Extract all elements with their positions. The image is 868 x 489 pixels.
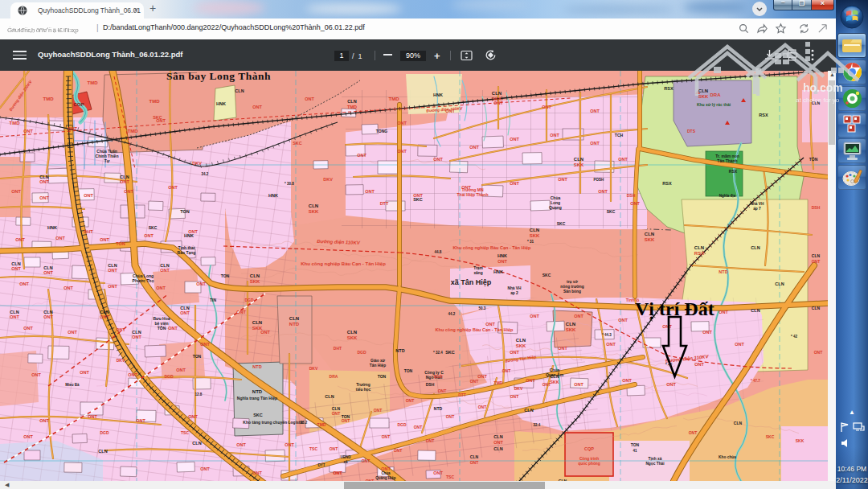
- svg-text:TON: TON: [404, 368, 413, 373]
- svg-text:RSX: RSX: [759, 113, 768, 117]
- svg-text:ONT: ONT: [502, 368, 511, 373]
- svg-text:ONT: ONT: [446, 414, 455, 419]
- svg-text:SKK: SKK: [530, 233, 540, 238]
- svg-text:ONT: ONT: [550, 133, 559, 138]
- svg-text:ONT: ONT: [100, 314, 109, 319]
- svg-text:ONT: ONT: [414, 425, 423, 429]
- svg-text:DKV: DKV: [117, 358, 125, 363]
- svg-text:ONT: ONT: [630, 201, 640, 206]
- svg-text:Kho chùa: Kho chùa: [719, 455, 736, 459]
- svg-text:SKK: SKK: [574, 162, 584, 167]
- svg-text:ONT: ONT: [374, 408, 383, 413]
- svg-text:ONT: ONT: [23, 129, 33, 134]
- svg-text:ONT: ONT: [55, 236, 65, 240]
- svg-text:Ngọc Thái: Ngọc Thái: [645, 462, 664, 466]
- svg-text:DRA: DRA: [710, 92, 722, 97]
- svg-text:ONT: ONT: [132, 335, 141, 339]
- svg-text:ONT: ONT: [702, 330, 712, 335]
- svg-text:TON: TON: [342, 414, 350, 419]
- svg-text:quốc phòng: quốc phòng: [578, 461, 600, 466]
- svg-text:ONT: ONT: [662, 324, 672, 329]
- svg-text:CQP: CQP: [584, 446, 594, 451]
- svg-text:ONT: ONT: [84, 193, 93, 198]
- svg-text:ONT: ONT: [15, 237, 25, 242]
- svg-text:UBND: UBND: [341, 455, 352, 459]
- svg-text:DTT: DTT: [380, 201, 389, 206]
- svg-text:DGD: DGD: [397, 422, 407, 427]
- svg-text:CLN: CLN: [812, 101, 821, 105]
- svg-text:ONT: ONT: [108, 268, 117, 273]
- svg-text:SKC: SKC: [293, 141, 302, 146]
- svg-text:ONT: ONT: [606, 342, 616, 347]
- svg-text:CLN: CLN: [751, 245, 760, 250]
- svg-text:ONT: ONT: [426, 438, 435, 443]
- svg-text:TON: TON: [193, 354, 202, 359]
- svg-text:CLN: CLN: [812, 253, 821, 258]
- svg-text:ONT: ONT: [812, 259, 821, 264]
- svg-text:SKC: SKC: [607, 209, 616, 214]
- svg-text:ONT: ONT: [176, 368, 186, 372]
- svg-text:ONT: ONT: [493, 440, 503, 445]
- svg-text:ONT: ONT: [478, 405, 487, 409]
- svg-text:SKC: SKC: [766, 434, 775, 439]
- svg-text:ONT: ONT: [485, 322, 495, 327]
- svg-text:ONT: ONT: [574, 314, 583, 318]
- svg-text:TÔN: TÔN: [158, 325, 166, 331]
- svg-text:DKV: DKV: [309, 366, 318, 371]
- svg-text:Trường: Trường: [356, 383, 370, 387]
- svg-text:32.4: 32.4: [534, 423, 541, 427]
- svg-text:DTT: DTT: [458, 392, 466, 397]
- svg-text:ONT: ONT: [397, 149, 407, 154]
- svg-text:TỘN: TỘN: [809, 156, 818, 162]
- svg-text:HNK: HNK: [497, 253, 507, 258]
- svg-text:* 31: * 31: [527, 240, 534, 244]
- svg-text:TMD: TMD: [494, 380, 503, 385]
- svg-text:Nghĩa trang Tân Hiệp: Nghĩa trang Tân Hiệp: [237, 396, 277, 401]
- svg-text:ONT: ONT: [63, 286, 73, 290]
- svg-text:CLN: CLN: [530, 228, 539, 232]
- svg-text:DSH: DSH: [812, 205, 821, 210]
- svg-text:xã: xã: [343, 460, 348, 464]
- svg-text:ONT: ONT: [39, 195, 49, 200]
- svg-text:CLN: CLN: [751, 308, 760, 313]
- svg-text:RSX: RSX: [729, 169, 738, 174]
- svg-text:SKC: SKC: [557, 221, 566, 226]
- svg-text:Kho tàng trung chuyển Logistic: Kho tàng trung chuyển Logistic: [243, 420, 303, 425]
- svg-text:ONT: ONT: [574, 382, 583, 387]
- svg-text:DKV: DKV: [323, 177, 333, 182]
- svg-text:Nhà VH: Nhà VH: [750, 202, 764, 206]
- svg-text:CLN: CLN: [550, 374, 559, 379]
- svg-text:ONT: ONT: [394, 448, 403, 453]
- svg-text:ONT: ONT: [144, 233, 154, 238]
- svg-text:TMD: TMD: [389, 97, 400, 101]
- svg-text:ONT: ONT: [530, 314, 539, 318]
- svg-text:ONT: ONT: [23, 434, 33, 439]
- svg-text:TMD: TMD: [43, 97, 55, 101]
- svg-text:ONT: ONT: [542, 105, 551, 109]
- svg-text:CLN: CLN: [235, 88, 244, 93]
- svg-text:Thái Hiệp Thành: Thái Hiệp Thành: [457, 192, 489, 197]
- svg-text:ONT: ONT: [510, 394, 519, 399]
- svg-text:ấp 2: ấp 2: [510, 290, 518, 295]
- svg-text:ONT: ONT: [406, 398, 415, 403]
- svg-text:ONT: ONT: [188, 414, 198, 419]
- svg-text:ONT: ONT: [618, 157, 628, 162]
- svg-text:Chùa: Chùa: [381, 471, 391, 475]
- svg-text:ONT: ONT: [200, 342, 210, 347]
- svg-text:ONT: ONT: [477, 374, 487, 379]
- svg-text:TON: TON: [378, 374, 387, 379]
- svg-text:DRA: DRA: [330, 374, 338, 379]
- svg-text:ONT: ONT: [39, 418, 49, 423]
- svg-text:SKK: SKK: [252, 326, 263, 331]
- svg-text:ONT: ONT: [433, 157, 443, 162]
- svg-text:ONT: ONT: [362, 458, 371, 463]
- svg-text:Khu công nghiệp Bàu Cạn - Tân: Khu công nghiệp Bàu Cạn - Tân Hiệp: [453, 245, 532, 250]
- svg-text:ONT: ONT: [252, 105, 262, 109]
- svg-text:xăng: xăng: [473, 271, 482, 275]
- svg-text:SKK: SKK: [796, 438, 805, 443]
- svg-text:DGD: DGD: [164, 374, 174, 379]
- svg-text:SKC: SKC: [413, 197, 423, 202]
- svg-text:CLN: CLN: [698, 88, 708, 93]
- svg-text:Khu xử lý rác thải: Khu xử lý rác thải: [697, 102, 731, 107]
- svg-text:tiểu học: tiểu học: [356, 387, 371, 392]
